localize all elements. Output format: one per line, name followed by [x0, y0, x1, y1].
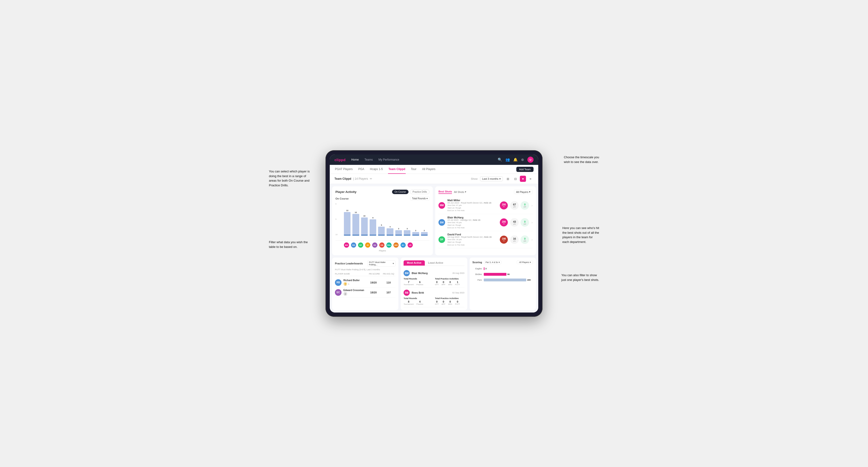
bar-j-coles[interactable]: 9 [370, 217, 376, 236]
bell-icon[interactable]: 🔔 [513, 158, 518, 162]
avatar-r-butler[interactable]: RBu [386, 243, 392, 248]
scoring-row-pars: Pars 499 [472, 278, 533, 282]
mcharg-details: 23 Jul 2023 · Aldridge GC, Hole 15 [447, 219, 497, 221]
mcharg-stats: 43 yds 0 yds [510, 218, 529, 227]
all-shots-tab[interactable]: All Shots ▾ [454, 190, 466, 193]
bar-e-crossman[interactable]: 2 [412, 229, 419, 236]
heart-view-icon[interactable]: ♥ [520, 176, 526, 182]
tab-all-players[interactable]: All Players [422, 165, 436, 174]
scoring-players-filter[interactable]: All Players ▾ [517, 260, 533, 264]
pac-mcharg-stats: Total Rounds 7 Tournament 6 Pr [404, 278, 464, 286]
ford-stat-1-val: 16 [513, 237, 516, 240]
nav-item-my-performance[interactable]: My Performance [379, 158, 399, 161]
scoring-row-birdies: Birdies 96 [472, 273, 533, 276]
show-select[interactable]: Last 3 months ▾ [480, 177, 503, 181]
butler-avg: 110 [381, 281, 396, 284]
all-players-filter[interactable]: All Players ▾ [514, 190, 533, 194]
pac-mcharg: BM Blair McHarg 26 Aug 2023 Total Rounds [404, 268, 464, 288]
pac-mcharg-gtt: 0 GTT [435, 281, 439, 286]
pac-mcharg-tournament: 7 Tournament [404, 281, 413, 286]
pac-mcharg-app: 0 APP [441, 281, 445, 286]
practice-dropdown[interactable]: PUTT Must Make Putting... ▾ [367, 260, 396, 267]
bar-r-butler[interactable]: 3 [395, 228, 402, 236]
lb-col-score: PB SCORE [367, 273, 381, 275]
birdies-bar [484, 273, 506, 276]
mcharg-avatar[interactable]: BM [438, 219, 445, 226]
ford-avatar[interactable]: DF [438, 236, 445, 243]
scoring-row-eagles: Eagles 3 [472, 267, 533, 270]
bar-r-britt[interactable]: 12 [352, 211, 359, 236]
mcharg-name: Blair McHarg [447, 216, 497, 219]
total-rounds-dropdown[interactable]: Total Rounds ▾ [410, 196, 430, 200]
eagles-bar-wrap: 3 [484, 267, 533, 270]
lb-header: PLAYER NAME PB SCORE PB AVG SQ [335, 273, 396, 276]
miller-avatar[interactable]: MM [438, 202, 445, 209]
dropdown-label: Total Rounds [412, 197, 426, 200]
miller-chevron-right[interactable]: › [531, 204, 533, 207]
add-team-button[interactable]: Add Team [516, 167, 533, 172]
pac-mcharg-avatar[interactable]: BM [404, 270, 410, 276]
avatar-b-mcharg[interactable]: BM [344, 243, 349, 248]
bar-e-ebert[interactable]: 5 [378, 224, 385, 236]
best-shots-panel: Best Shots All Shots ▾ All Players ▾ MM [435, 186, 536, 255]
bar-m-miller[interactable]: 3 [404, 228, 410, 236]
team-name: Team Clippd [335, 177, 351, 181]
miller-details: 09 Jun 2023 · Royal North Devon GC, Hole… [447, 201, 497, 204]
avatar-m-miller[interactable]: MM [394, 243, 399, 248]
tab-tour[interactable]: Tour [410, 165, 417, 174]
best-shots-tab[interactable]: Best Shots [438, 190, 452, 194]
avatar-row: BM RB DF JC EE OB RBu MM EC LR [335, 241, 430, 249]
avatar-l-robertson[interactable]: LR [408, 243, 413, 248]
most-active-tab[interactable]: Most Active [404, 260, 425, 266]
bar-o-billingham[interactable]: 4 [386, 226, 393, 236]
avatar-e-ebert[interactable]: EE [372, 243, 377, 248]
ford-shot-info: Shot Dist: 16 ydsStart Lie: RoughEnd Lie… [447, 238, 497, 246]
avatar-d-ford[interactable]: DF [358, 243, 363, 248]
on-course-toggle[interactable]: On Course [392, 190, 408, 194]
eagles-bar [484, 267, 485, 270]
search-icon[interactable]: 🔍 [498, 158, 502, 162]
tab-team-clippd[interactable]: Team Clippd [388, 165, 406, 174]
mcharg-chevron-right[interactable]: › [531, 220, 533, 224]
crossman-avatar[interactable]: EC [335, 289, 342, 296]
avatar-o-billingham[interactable]: OB [379, 243, 384, 248]
grid-view-icon[interactable]: ⊞ [505, 176, 511, 182]
scoring-players-label: All Players [519, 261, 529, 263]
pac-mcharg-date: 26 Aug 2023 [453, 272, 464, 274]
plus-circle-icon[interactable]: ⊕ [521, 158, 524, 162]
avatar-j-coles[interactable]: JC [365, 243, 370, 248]
user-avatar[interactable]: U [527, 157, 533, 163]
nav-item-teams[interactable]: Teams [365, 158, 373, 161]
all-players-label: All Players [516, 191, 528, 193]
scoring-dropdown-label: Par 3, 4 & 5s [486, 261, 498, 263]
avatar-e-crossman[interactable]: EC [401, 243, 406, 248]
edit-icon[interactable]: ✏ [370, 177, 372, 181]
pars-bar-wrap: 499 [484, 278, 533, 282]
butler-avatar[interactable]: RB [335, 279, 342, 286]
pac-britt-arg: 0 ARG [448, 300, 452, 305]
scoring-dropdown[interactable]: Par 3, 4 & 5s ▾ [484, 260, 501, 264]
bar-b-mcharg[interactable]: 13 [344, 210, 350, 236]
team-count: | 14 Players [353, 177, 368, 181]
pac-britt-rounds-vals: 8 Tournament 4 Practice [404, 300, 433, 305]
nav-item-home[interactable]: Home [351, 158, 359, 161]
pac-britt-avatar[interactable]: RB [404, 290, 410, 296]
pac-britt-header: RB Rees Britt 02 Sep 2023 [404, 290, 464, 296]
least-active-tab[interactable]: Least Active [425, 260, 446, 266]
tab-hcaps[interactable]: Hcaps 1-5 [369, 165, 383, 174]
avatar-r-britt[interactable]: RB [351, 243, 356, 248]
scoring-bars: Eagles 3 Birdies [472, 267, 533, 282]
nav-logo: clippd [335, 158, 346, 162]
miller-badge: 200 SG [500, 201, 508, 210]
menu-view-icon[interactable]: ≡ [527, 176, 533, 182]
ford-stat-1-unit: yds [513, 240, 516, 242]
bar-d-ford[interactable]: 10 [361, 215, 368, 236]
users-icon[interactable]: 👥 [505, 158, 510, 162]
list-view-icon[interactable]: ⊟ [512, 176, 519, 182]
bar-l-robertson[interactable]: 2 [421, 229, 428, 236]
tab-pgat-players[interactable]: PGAT Players [335, 165, 353, 174]
tab-pga[interactable]: PGA [358, 165, 365, 174]
chart-x-label: Players [335, 250, 430, 252]
ford-chevron-right[interactable]: › [531, 238, 533, 242]
practice-drills-toggle[interactable]: Practice Drills [410, 190, 430, 194]
